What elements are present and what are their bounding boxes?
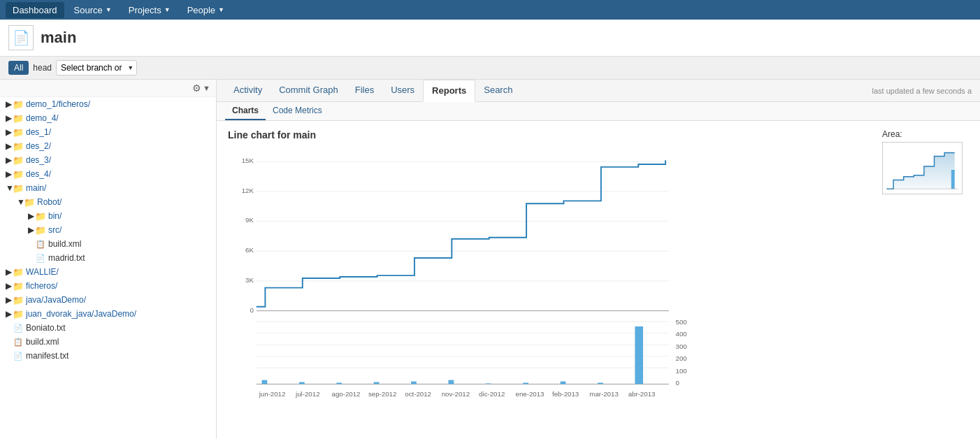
tree-item-wallie[interactable]: ▶📁WALLIE/: [0, 265, 216, 279]
tree-label: src/: [48, 225, 62, 235]
svg-text:200: 200: [676, 354, 688, 362]
tree-item-des1[interactable]: ▶📁des_1/: [0, 125, 216, 139]
folder-icon: 📁: [13, 280, 24, 292]
tree-label: des_3/: [26, 155, 51, 165]
gear-arrow: ▼: [203, 84, 210, 92]
tree-item-des2[interactable]: ▶📁des_2/: [0, 139, 216, 153]
tree-label: java/JavaDemo/: [26, 295, 86, 305]
tab-reports[interactable]: Reports: [423, 80, 475, 102]
expand-icon: ▼: [17, 197, 24, 207]
svg-text:jul-2012: jul-2012: [295, 390, 319, 398]
tree-item-boniato[interactable]: 📄Boniato.txt: [0, 321, 216, 335]
all-button[interactable]: All: [8, 61, 29, 75]
tree-item-des3[interactable]: ▶📁des_3/: [0, 153, 216, 167]
folder-icon: 📁: [13, 99, 24, 110]
expand-icon: ▶: [6, 99, 13, 109]
tree-item-demo1[interactable]: ▶📁demo_1/ficheros/: [0, 97, 216, 111]
svg-rect-30: [486, 383, 491, 384]
svg-text:0: 0: [676, 379, 680, 387]
svg-text:ago-2012: ago-2012: [332, 390, 361, 398]
svg-text:15K: 15K: [242, 157, 254, 164]
svg-text:mar-2013: mar-2013: [589, 390, 618, 398]
tree-label: madrid.txt: [48, 253, 85, 263]
branch-bar: All head Select branch or ▼: [0, 57, 980, 80]
expand-icon: ▼: [6, 183, 13, 193]
tree-item-ficheros[interactable]: ▶📁ficheros/: [0, 279, 216, 293]
tree-item-des4[interactable]: ▶📁des_4/: [0, 167, 216, 181]
tree-label: des_1/: [26, 127, 51, 137]
folder-icon: 📁: [13, 294, 24, 305]
source-arrow-icon: ▼: [106, 6, 112, 13]
tree-label: build.xml: [26, 337, 59, 347]
chart-area: Line chart for main 15K 12K 9K 6K 3K 0: [217, 121, 980, 439]
nav-source[interactable]: Source ▼: [67, 2, 119, 18]
svg-text:abr-2013: abr-2013: [628, 390, 656, 398]
tab-activity[interactable]: Activity: [225, 80, 271, 101]
gear-icon[interactable]: ⚙: [192, 82, 201, 94]
sidebar: ⚙ ▼ ▶📁demo_1/ficheros/▶📁demo_4/▶📁des_1/▶…: [0, 80, 217, 439]
head-label: head: [33, 63, 52, 73]
expand-icon: ▶: [6, 309, 13, 319]
nav-projects[interactable]: Projects ▼: [122, 2, 178, 18]
tree-item-java[interactable]: ▶📁java/JavaDemo/: [0, 293, 216, 307]
tree-label: Robot/: [37, 197, 62, 207]
sidebar-header: ⚙ ▼: [0, 80, 216, 97]
svg-rect-24: [262, 380, 268, 384]
tree-item-juandvorak[interactable]: ▶📁juan_dvorak_java/JavaDemo/: [0, 307, 216, 321]
sub-tab-code-metrics[interactable]: Code Metrics: [266, 102, 329, 120]
tree-item-bin[interactable]: ▶📁bin/: [0, 209, 216, 223]
svg-rect-32: [561, 382, 566, 384]
expand-icon: ▶: [6, 295, 13, 305]
tree-item-robot[interactable]: ▼📁Robot/: [0, 195, 216, 209]
file-icon: 📋: [13, 336, 24, 347]
svg-text:dic-2012: dic-2012: [479, 390, 505, 398]
svg-rect-28: [411, 382, 417, 384]
svg-text:3K: 3K: [245, 276, 254, 284]
tree-label: manifest.txt: [26, 351, 69, 361]
tree-label: bin/: [48, 211, 62, 221]
svg-text:9K: 9K: [245, 216, 254, 224]
tree-item-demo4[interactable]: ▶📁demo_4/: [0, 111, 216, 125]
svg-rect-29: [448, 380, 454, 384]
main-layout: ⚙ ▼ ▶📁demo_1/ficheros/▶📁demo_4/▶📁des_1/▶…: [0, 80, 980, 439]
expand-icon: ▶: [28, 225, 35, 235]
svg-text:12K: 12K: [242, 187, 254, 194]
expand-icon: ▶: [6, 127, 13, 137]
nav-dashboard[interactable]: Dashboard: [6, 2, 64, 18]
folder-icon: 📁: [13, 154, 24, 166]
projects-arrow-icon: ▼: [164, 6, 171, 13]
tree-item-madridtxt[interactable]: 📄madrid.txt: [0, 251, 216, 265]
top-nav: Dashboard Source ▼ Projects ▼ People ▼: [0, 0, 980, 20]
expand-icon: ▶: [6, 113, 13, 123]
svg-text:oct-2012: oct-2012: [405, 390, 431, 398]
sub-tabs: Charts Code Metrics: [217, 102, 980, 121]
svg-rect-47: [951, 170, 955, 189]
tree-item-manifest[interactable]: 📄manifest.txt: [0, 349, 216, 363]
tab-search[interactable]: Search: [475, 80, 521, 101]
tab-users[interactable]: Users: [382, 80, 423, 101]
tab-files[interactable]: Files: [347, 80, 382, 101]
file-icon: 📄: [13, 350, 24, 361]
svg-rect-26: [336, 383, 342, 384]
repo-icon: 📄: [8, 25, 34, 50]
tree-label: des_2/: [26, 141, 51, 151]
last-updated: last updated a few seconds a: [872, 82, 972, 100]
nav-people[interactable]: People ▼: [180, 2, 231, 18]
expand-icon: ▶: [6, 141, 13, 151]
svg-text:400: 400: [676, 331, 688, 338]
tree-item-main[interactable]: ▼📁main/: [0, 181, 216, 195]
sub-header: 📄 main: [0, 20, 980, 57]
file-icon: 📄: [13, 322, 24, 333]
tab-commit-graph[interactable]: Commit Graph: [271, 80, 347, 101]
tree-item-buildxml[interactable]: 📋build.xml: [0, 237, 216, 251]
right-panel: Activity Commit Graph Files Users Report…: [217, 80, 980, 439]
svg-text:sep-2012: sep-2012: [368, 390, 396, 398]
tree-item-buildxml2[interactable]: 📋build.xml: [0, 335, 216, 349]
folder-icon: 📁: [13, 182, 24, 194]
tree-label: juan_dvorak_java/JavaDemo/: [26, 309, 136, 319]
sub-tab-charts[interactable]: Charts: [225, 102, 266, 120]
tree-label: Boniato.txt: [26, 323, 66, 333]
branch-select[interactable]: Select branch or: [56, 60, 137, 75]
tree-item-src[interactable]: ▶📁src/: [0, 223, 216, 237]
tree-label: ficheros/: [26, 281, 57, 291]
